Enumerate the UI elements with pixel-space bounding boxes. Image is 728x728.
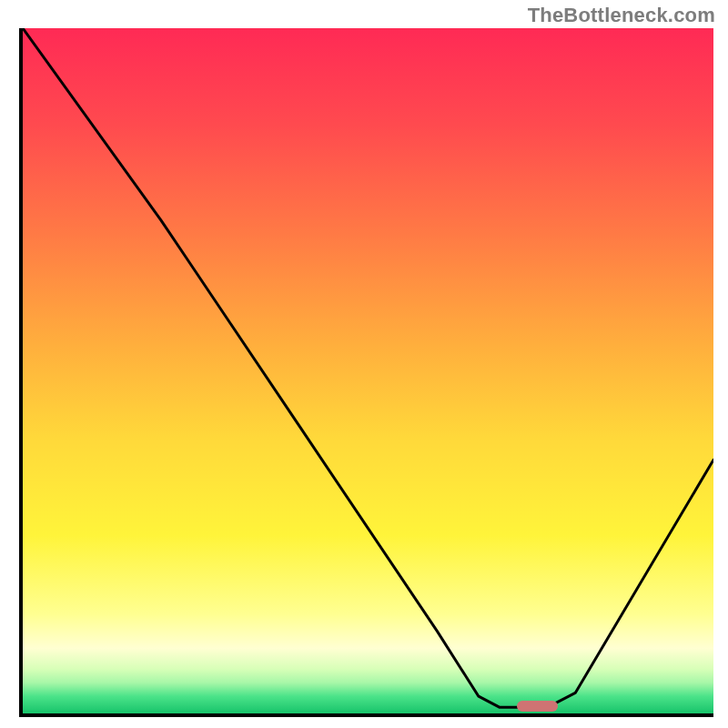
plot-area [19, 28, 713, 717]
bottleneck-chart: TheBottleneck.com [0, 0, 728, 728]
gradient-background [23, 28, 713, 713]
watermark-label: TheBottleneck.com [528, 4, 715, 27]
chart-svg [23, 28, 713, 713]
bottleneck-marker [517, 701, 559, 712]
